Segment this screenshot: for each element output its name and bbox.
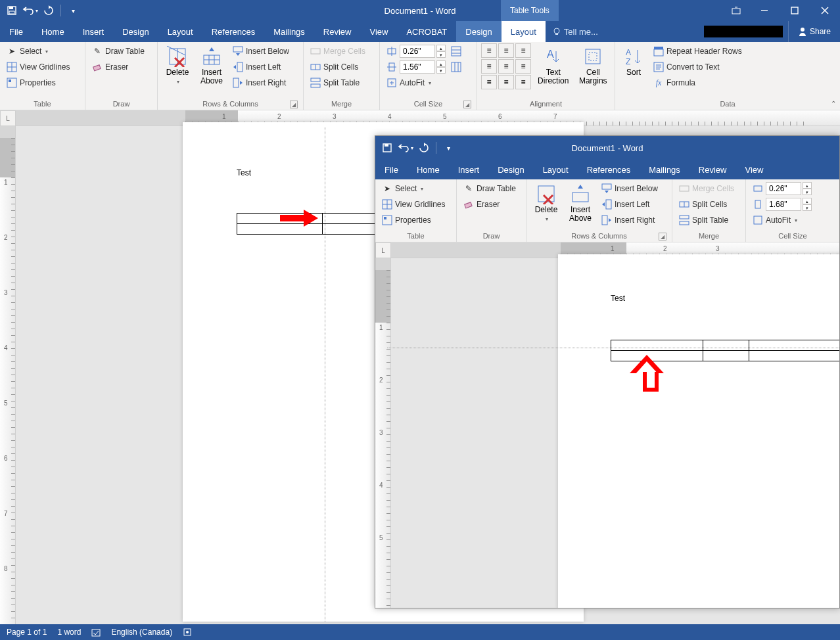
draw-table-button[interactable]: ✎Draw Table [89, 43, 147, 59]
qat-save-icon[interactable] [4, 3, 20, 18]
tab-mailings[interactable]: Mailings [264, 21, 314, 42]
overlay-insert-below-button[interactable]: Insert Below [599, 181, 661, 196]
tab-file[interactable]: File [0, 21, 32, 42]
minimize-button[interactable] [749, 0, 780, 21]
overlay-tab-design[interactable]: Design [488, 160, 533, 179]
text-direction-button[interactable]: AText Direction [534, 43, 572, 88]
table-cell[interactable] [703, 340, 749, 351]
overlay-select-button[interactable]: ➤Select▾ [379, 181, 448, 196]
share-button[interactable]: Share [788, 21, 840, 42]
table-cell[interactable] [703, 351, 749, 361]
overlay-tab-mailings[interactable]: Mailings [640, 160, 689, 179]
split-table-button[interactable]: Split Table [308, 75, 368, 91]
autofit-button[interactable]: AutoFit▾ [384, 75, 464, 91]
collapse-ribbon-icon[interactable]: ⌃ [831, 100, 836, 107]
overlay-split-cells-button[interactable]: Split Cells [676, 196, 737, 212]
status-language[interactable]: English (Canada) [111, 628, 172, 637]
tab-layout[interactable]: Layout [158, 21, 202, 42]
align-top-left[interactable]: ≡ [481, 43, 497, 58]
table-cell[interactable] [611, 340, 703, 351]
overlay-insert-left-button[interactable]: Insert Left [599, 196, 661, 212]
table-cell[interactable] [749, 351, 841, 361]
overlay-properties-button[interactable]: Properties [379, 212, 448, 228]
tab-home[interactable]: Home [32, 21, 74, 42]
column-width-field[interactable]: ▴▾ [384, 59, 464, 75]
qat-redo-icon[interactable] [41, 3, 57, 18]
align-mid-right[interactable]: ≡ [515, 59, 531, 74]
insert-right-button[interactable]: Insert Right [230, 75, 292, 91]
overlay-col-width-input[interactable] [766, 198, 801, 211]
status-words[interactable]: 1 word [57, 628, 81, 637]
align-bot-right[interactable]: ≡ [515, 75, 531, 89]
qat-customize-icon[interactable]: ▾ [65, 3, 81, 18]
overlay-page[interactable]: Test [558, 254, 840, 608]
overlay-insert-right-button[interactable]: Insert Right [599, 212, 661, 228]
overlay-row-height-input[interactable] [766, 182, 801, 195]
distribute-cols-icon[interactable] [451, 62, 461, 72]
overlay-view-gridlines-button[interactable]: View Gridlines [379, 196, 448, 212]
tab-design[interactable]: Design [113, 21, 158, 42]
table-cell[interactable] [749, 340, 841, 351]
view-gridlines-button[interactable]: View Gridlines [4, 59, 72, 75]
ribbon-display-options-icon[interactable] [723, 0, 749, 21]
overlay-draw-table-button[interactable]: ✎Draw Table [461, 181, 519, 196]
insert-left-button[interactable]: Insert Left [230, 59, 292, 75]
status-proof-icon[interactable] [91, 628, 101, 637]
maximize-button[interactable] [780, 0, 810, 21]
tab-references[interactable]: References [202, 21, 264, 42]
ruler-corner[interactable]: L [0, 110, 16, 126]
align-mid-center[interactable]: ≡ [498, 59, 514, 74]
overlay-vertical-ruler[interactable]: 12345 [375, 258, 391, 608]
overlay-qat-save-icon[interactable] [379, 140, 395, 156]
status-macro-icon[interactable] [183, 628, 192, 637]
distribute-rows-icon[interactable] [451, 46, 461, 57]
select-button[interactable]: ➤Select▾ [4, 43, 72, 59]
overlay-col-width-field[interactable]: ▴▾ [750, 196, 814, 212]
overlay-tab-review[interactable]: Review [689, 160, 736, 179]
align-top-right[interactable]: ≡ [515, 43, 531, 58]
split-cells-button[interactable]: Split Cells [308, 59, 368, 75]
overlay-ruler-corner[interactable]: L [375, 242, 391, 258]
insert-below-button[interactable]: Insert Below [230, 43, 292, 59]
overlay-autofit-button[interactable]: AutoFit▾ [750, 212, 814, 228]
align-mid-left[interactable]: ≡ [481, 59, 497, 74]
align-top-center[interactable]: ≡ [498, 43, 514, 58]
overlay-qat-redo-icon[interactable] [416, 140, 432, 156]
eraser-button[interactable]: Eraser [89, 59, 147, 75]
tell-me[interactable]: Tell me... [546, 21, 605, 42]
insert-above-button[interactable]: Insert Above [196, 43, 227, 88]
overlay-tab-file[interactable]: File [375, 160, 408, 179]
convert-to-text-button[interactable]: Convert to Text [651, 59, 745, 75]
tab-acrobat[interactable]: ACROBAT [397, 21, 456, 42]
align-bot-center[interactable]: ≡ [498, 75, 514, 89]
cell-margins-button[interactable]: Cell Margins [575, 43, 611, 88]
close-button[interactable] [810, 0, 840, 21]
overlay-split-table-button[interactable]: Split Table [676, 212, 737, 228]
overlay-insert-above-button[interactable]: Insert Above [565, 181, 596, 225]
overlay-tab-home[interactable]: Home [408, 160, 449, 179]
tab-insert[interactable]: Insert [74, 21, 114, 42]
rowscols-dialog-launcher[interactable]: ◢ [290, 101, 298, 108]
overlay-eraser-button[interactable]: Eraser [461, 196, 519, 212]
overlay-qat-customize-icon[interactable]: ▾ [440, 140, 456, 156]
vertical-ruler[interactable]: 12345678 [0, 126, 16, 624]
overlay-tab-view[interactable]: View [735, 160, 772, 179]
overlay-tab-layout[interactable]: Layout [534, 160, 578, 179]
overlay-tab-references[interactable]: References [578, 160, 640, 179]
overlay-delete-button[interactable]: Delete▾ [530, 181, 562, 226]
align-bot-left[interactable]: ≡ [481, 75, 497, 89]
merge-cells-button[interactable]: Merge Cells [308, 43, 368, 59]
overlay-tab-insert[interactable]: Insert [449, 160, 489, 179]
spin-down-icon[interactable]: ▾ [436, 67, 446, 74]
row-height-field[interactable]: ▴▾ [384, 43, 464, 59]
sort-button[interactable]: AZSort [619, 43, 648, 80]
qat-undo-icon[interactable]: ▾ [22, 3, 38, 18]
overlay-qat-undo-icon[interactable]: ▾ [398, 140, 413, 156]
properties-button[interactable]: Properties [4, 75, 72, 91]
delete-button[interactable]: Delete▾ [162, 43, 193, 89]
column-width-input[interactable] [400, 60, 435, 74]
spin-down-icon[interactable]: ▾ [436, 51, 446, 58]
tab-table-layout[interactable]: Layout [502, 21, 546, 42]
tab-review[interactable]: Review [314, 21, 361, 42]
overlay-row-height-field[interactable]: ▴▾ [750, 181, 814, 196]
